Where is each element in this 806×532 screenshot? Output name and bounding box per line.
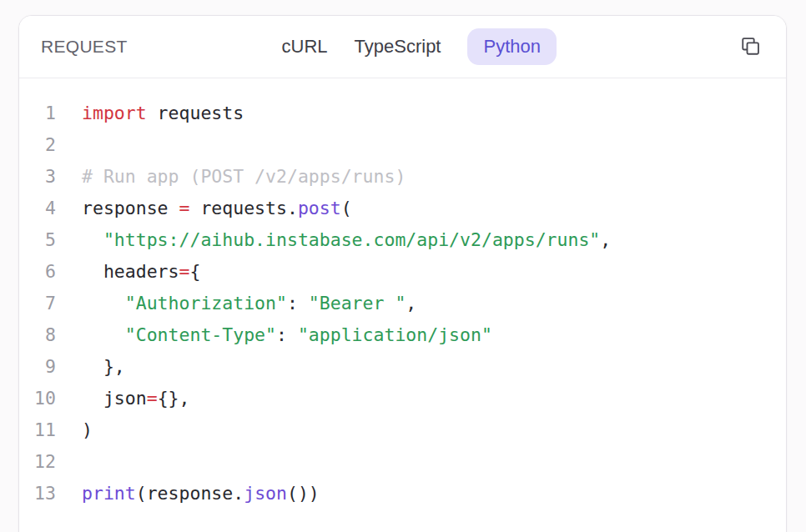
copy-button[interactable] bbox=[736, 33, 764, 61]
code-text: headers={ bbox=[56, 256, 200, 288]
code-text bbox=[56, 129, 82, 161]
request-header: REQUEST cURLTypeScriptPython bbox=[19, 16, 786, 78]
line-number: 11 bbox=[19, 414, 56, 446]
code-text: print(response.json()) bbox=[56, 478, 320, 509]
code-line: 4response = requests.post( bbox=[19, 193, 786, 224]
tab-curl[interactable]: cURL bbox=[282, 28, 328, 65]
code-line: 8 "Content-Type": "application/json" bbox=[19, 319, 786, 351]
line-number: 5 bbox=[19, 224, 56, 256]
code-line: 5 "https://aihub.instabase.com/api/v2/ap… bbox=[19, 224, 786, 256]
language-tabs: cURLTypeScriptPython bbox=[282, 28, 557, 65]
code-text: json={}, bbox=[56, 383, 189, 414]
code-line: 1import requests bbox=[19, 98, 786, 129]
code-line: 13print(response.json()) bbox=[19, 478, 786, 509]
code-text: # Run app (POST /v2/apps/runs) bbox=[56, 161, 406, 193]
line-number: 1 bbox=[19, 98, 56, 129]
code-text: "https://aihub.instabase.com/api/v2/apps… bbox=[56, 224, 611, 256]
code-line: 11) bbox=[19, 414, 786, 446]
code-text: }, bbox=[56, 351, 125, 383]
code-line: 12 bbox=[19, 446, 786, 478]
code-line: 6 headers={ bbox=[19, 256, 786, 288]
code-line: 3# Run app (POST /v2/apps/runs) bbox=[19, 161, 786, 193]
line-number: 9 bbox=[19, 351, 56, 383]
code-block: 1import requests23# Run app (POST /v2/ap… bbox=[19, 78, 786, 509]
code-line: 2 bbox=[19, 129, 786, 161]
tab-typescript[interactable]: TypeScript bbox=[355, 28, 441, 65]
line-number: 13 bbox=[19, 478, 56, 509]
line-number: 3 bbox=[19, 161, 56, 193]
code-text: "Content-Type": "application/json" bbox=[56, 319, 492, 351]
line-number: 6 bbox=[19, 256, 56, 288]
code-line: 9 }, bbox=[19, 351, 786, 383]
code-text: ) bbox=[56, 414, 93, 446]
line-number: 8 bbox=[19, 319, 56, 351]
code-text: "Authorization": "Bearer ", bbox=[56, 288, 416, 319]
tab-python[interactable]: Python bbox=[467, 28, 557, 65]
code-line: 7 "Authorization": "Bearer ", bbox=[19, 288, 786, 319]
code-text bbox=[56, 446, 82, 478]
line-number: 10 bbox=[19, 383, 56, 414]
line-number: 4 bbox=[19, 193, 56, 224]
request-card: REQUEST cURLTypeScriptPython 1import req… bbox=[18, 15, 787, 532]
code-line: 10 json={}, bbox=[19, 383, 786, 414]
line-number: 2 bbox=[19, 129, 56, 161]
copy-icon bbox=[738, 35, 762, 58]
code-text: import requests bbox=[56, 98, 244, 129]
code-text: response = requests.post( bbox=[56, 193, 352, 224]
panel-title: REQUEST bbox=[41, 37, 128, 57]
line-number: 7 bbox=[19, 288, 56, 319]
line-number: 12 bbox=[19, 446, 56, 478]
